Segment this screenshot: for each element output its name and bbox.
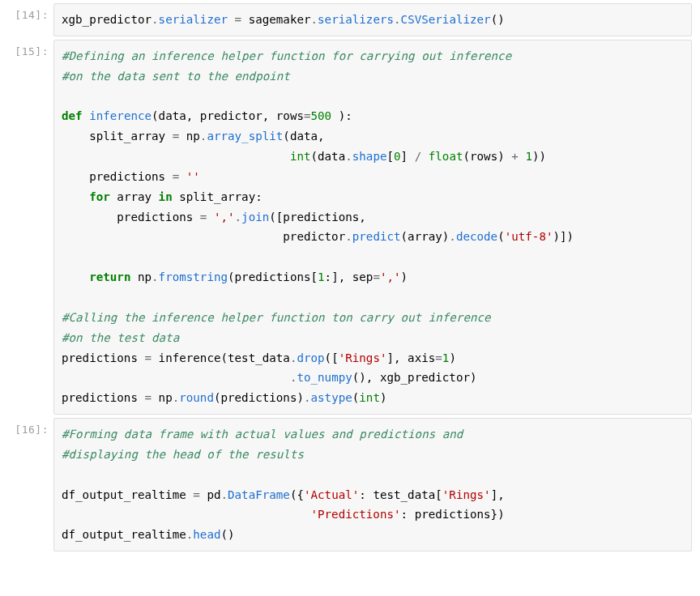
- code-token: =: [373, 270, 380, 283]
- code-token: 1: [525, 150, 532, 163]
- code-token: 'Actual': [304, 488, 359, 501]
- code-token: ({: [290, 488, 304, 501]
- code-token: =: [304, 109, 311, 122]
- code-token: .: [394, 13, 401, 26]
- code-content[interactable]: #Forming data frame with actual values a…: [62, 424, 684, 545]
- code-cell[interactable]: [16]:#Forming data frame with actual val…: [0, 418, 700, 551]
- code-token: for: [89, 190, 110, 203]
- code-token: int: [290, 150, 311, 163]
- code-token: ):: [331, 109, 352, 122]
- code-token: /: [415, 150, 422, 163]
- code-token: [83, 109, 90, 122]
- code-token: CSVSerializer: [401, 13, 491, 26]
- code-token: predictions: [62, 170, 173, 183]
- code-token: #Calling the inference helper function t…: [62, 311, 491, 324]
- code-token: =: [435, 351, 442, 364]
- code-token: (rows): [463, 150, 511, 163]
- code-token: predictions: [62, 211, 200, 224]
- code-token: in: [159, 190, 173, 203]
- code-token: .: [304, 391, 311, 404]
- code-token: drop: [297, 351, 324, 364]
- code-token: =: [193, 488, 200, 501]
- code-token: #on the data sent to the endpoint: [62, 70, 290, 83]
- code-token: DataFrame: [228, 488, 290, 501]
- code-token: (): [220, 528, 234, 541]
- code-token: serializers: [318, 13, 394, 26]
- code-token: 500: [311, 109, 332, 122]
- code-token: sagemaker: [241, 13, 310, 26]
- code-token: ',': [214, 211, 235, 224]
- code-token: 0: [394, 150, 401, 163]
- code-token: (data,: [283, 130, 324, 143]
- code-token: join: [241, 211, 269, 224]
- code-token: :], sep: [325, 270, 373, 283]
- code-token: inference(test_data: [152, 351, 290, 364]
- code-token: (): [491, 13, 505, 26]
- code-token: (data: [311, 150, 346, 163]
- code-token: (predictions): [214, 391, 304, 404]
- code-cell[interactable]: [14]:xgb_predictor.serializer = sagemake…: [0, 3, 700, 36]
- code-cell[interactable]: [15]:#Defining an inference helper funct…: [0, 40, 700, 415]
- code-token: [179, 170, 186, 183]
- code-token: (predictions[: [228, 270, 318, 283]
- code-token: return: [89, 270, 130, 283]
- code-token: [62, 371, 290, 384]
- input-prompt: [14]:: [0, 3, 53, 21]
- code-token: )): [532, 150, 546, 163]
- code-token: head: [193, 528, 220, 541]
- code-token: array: [110, 190, 159, 203]
- code-token: '': [186, 170, 200, 183]
- code-content[interactable]: xgb_predictor.serializer = sagemaker.ser…: [62, 10, 684, 30]
- input-area[interactable]: xgb_predictor.serializer = sagemaker.ser…: [53, 3, 692, 36]
- code-content[interactable]: #Defining an inference helper function f…: [62, 46, 684, 408]
- code-token: )]): [553, 230, 574, 243]
- input-area[interactable]: #Forming data frame with actual values a…: [53, 418, 692, 551]
- code-token: =: [145, 351, 152, 364]
- code-token: .: [311, 13, 318, 26]
- code-token: : test_data[: [359, 488, 442, 501]
- code-token: .: [152, 13, 159, 26]
- code-token: decode: [456, 230, 497, 243]
- code-token: [421, 150, 429, 163]
- code-token: ',': [380, 270, 401, 283]
- code-token: [62, 190, 89, 203]
- code-token: .: [220, 488, 228, 501]
- code-token: [62, 270, 89, 283]
- code-token: (array): [401, 230, 450, 243]
- code-token: (), xgb_predictor): [352, 371, 477, 384]
- code-token: predictions: [62, 351, 145, 364]
- code-token: 1: [318, 270, 325, 283]
- code-token: [: [386, 150, 394, 163]
- code-token: split_array:: [173, 190, 262, 203]
- code-token: ]: [401, 150, 415, 163]
- code-token: np: [130, 270, 152, 283]
- code-token: 'Predictions': [311, 508, 401, 521]
- code-token: =: [235, 13, 242, 26]
- code-token: [207, 211, 214, 224]
- code-token: (: [497, 230, 505, 243]
- code-token: pd: [200, 488, 221, 501]
- code-token: df_output_realtime: [62, 488, 193, 501]
- code-token: 'Rings': [339, 351, 387, 364]
- code-token: shape: [352, 150, 387, 163]
- code-token: array_split: [207, 130, 283, 143]
- input-prompt: [15]:: [0, 40, 53, 57]
- code-token: #Forming data frame with actual values a…: [62, 428, 463, 441]
- code-token: serializer: [159, 13, 228, 26]
- code-token: [62, 150, 290, 163]
- code-token: +: [511, 150, 519, 163]
- code-token: .: [152, 270, 159, 283]
- code-token: float: [429, 150, 463, 163]
- code-token: #Defining an inference helper function f…: [62, 49, 511, 62]
- code-token: round: [179, 391, 214, 404]
- code-token: #on the test data: [62, 331, 179, 344]
- code-token: ): [449, 351, 456, 364]
- code-token: =: [173, 170, 180, 183]
- code-token: 'utf-8': [505, 230, 553, 243]
- code-token: [228, 13, 235, 26]
- code-token: predict: [352, 230, 401, 243]
- input-area[interactable]: #Defining an inference helper function f…: [53, 40, 692, 415]
- code-token: predictor: [62, 230, 345, 243]
- code-token: .: [345, 230, 352, 243]
- code-token: .: [235, 211, 242, 224]
